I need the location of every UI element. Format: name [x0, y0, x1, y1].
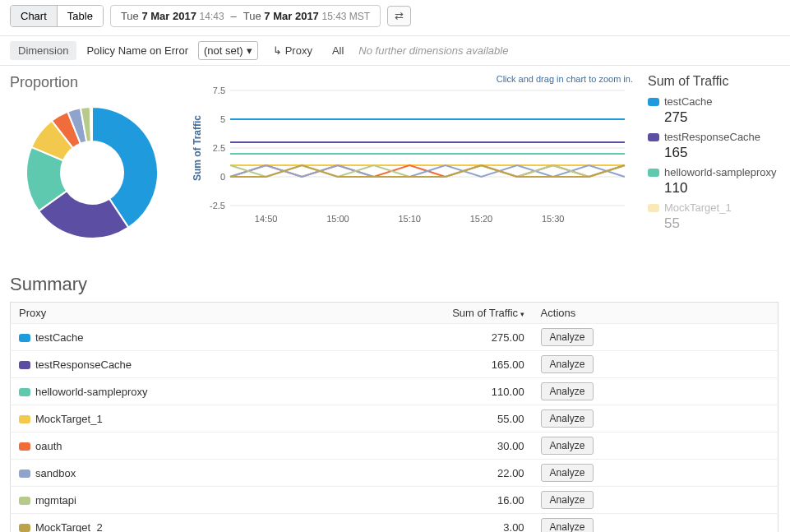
- traffic-cell: 110.00: [395, 378, 533, 405]
- actions-cell: Analyze: [533, 378, 778, 405]
- dimension-chip: Dimension: [10, 41, 76, 60]
- view-toggle: Chart Table: [10, 5, 104, 27]
- traffic-cell: 165.00: [395, 351, 533, 378]
- col-proxy[interactable]: Proxy: [11, 303, 395, 324]
- proxy-name: testCache: [35, 331, 84, 344]
- legend-value: 275: [664, 109, 780, 126]
- svg-text:-2.5: -2.5: [210, 201, 225, 210]
- traffic-cell: 22.00: [395, 460, 533, 487]
- charts-section: Proportion Click and drag in chart to zo…: [0, 66, 790, 257]
- legend-title: Sum of Traffic: [648, 74, 780, 89]
- svg-text:14:50: 14:50: [255, 214, 278, 224]
- analyze-button[interactable]: Analyze: [541, 355, 594, 373]
- row-swatch: [19, 470, 30, 478]
- donut-slice[interactable]: [90, 107, 92, 141]
- analyze-button[interactable]: Analyze: [541, 491, 594, 509]
- traffic-cell: 16.00: [395, 487, 533, 514]
- row-swatch: [19, 442, 30, 451]
- time-range-sep: –: [231, 10, 237, 22]
- actions-cell: Analyze: [533, 514, 778, 533]
- proxy-cell: MockTarget_2: [11, 514, 395, 533]
- summary-table: Proxy Sum of Traffic ▾ Actions testCache…: [10, 302, 778, 532]
- actions-cell: Analyze: [533, 433, 778, 460]
- analyze-button[interactable]: Analyze: [541, 518, 594, 532]
- actions-cell: Analyze: [533, 460, 778, 487]
- time-range-picker[interactable]: Tue 7 Mar 2017 14:43 – Tue 7 Mar 2017 15…: [110, 5, 381, 27]
- drill-arrow-icon: ↳: [273, 44, 282, 57]
- dimension-bar: Dimension Policy Name on Error (not set)…: [0, 36, 790, 66]
- svg-text:2.5: 2.5: [213, 143, 225, 153]
- actions-cell: Analyze: [533, 487, 778, 514]
- legend-value: 165: [664, 145, 780, 161]
- table-row: MockTarget_23.00Analyze: [11, 514, 778, 533]
- col-actions: Actions: [533, 303, 778, 324]
- analyze-button[interactable]: Analyze: [541, 328, 594, 346]
- row-swatch: [19, 388, 30, 396]
- row-swatch: [19, 361, 30, 369]
- line-series[interactable]: [230, 165, 625, 177]
- summary-title: Summary: [0, 257, 790, 302]
- proportion-title: Proportion: [10, 74, 174, 91]
- table-row: MockTarget_155.00Analyze: [11, 405, 778, 433]
- legend-name: testCache: [664, 95, 713, 108]
- proxy-cell: mgmtapi: [11, 487, 395, 514]
- svg-text:15:10: 15:10: [398, 214, 421, 224]
- donut-chart-svg[interactable]: [10, 95, 174, 247]
- traffic-cell: 275.00: [395, 324, 533, 351]
- row-swatch: [19, 415, 30, 423]
- line-chart-svg[interactable]: -2.502.557.514:5015:0015:1015:2015:30Sum…: [189, 74, 633, 230]
- proxy-cell: MockTarget_1: [11, 405, 395, 433]
- svg-text:5: 5: [220, 114, 225, 124]
- row-swatch: [19, 497, 30, 505]
- dimension-hint: No further dimensions available: [358, 44, 508, 57]
- legend-swatch: [648, 133, 659, 141]
- time-range-to: Tue 7 Mar 2017 15:43 MST: [243, 10, 370, 22]
- proxy-cell: testResponseCache: [11, 351, 395, 378]
- row-swatch: [19, 524, 30, 532]
- add-proxy-dimension[interactable]: ↳ Proxy: [268, 42, 317, 59]
- traffic-cell: 30.00: [395, 433, 533, 460]
- analyze-button[interactable]: Analyze: [541, 437, 594, 455]
- analyze-button[interactable]: Analyze: [541, 409, 594, 428]
- legend-item[interactable]: testResponseCache: [648, 129, 780, 145]
- proxy-name: mgmtapi: [35, 494, 76, 507]
- svg-text:7.5: 7.5: [213, 86, 225, 95]
- proxy-cell: testCache: [11, 324, 395, 351]
- table-row: mgmtapi16.00Analyze: [11, 487, 778, 514]
- traffic-cell: 55.00: [395, 405, 533, 433]
- table-row: testResponseCache165.00Analyze: [11, 351, 778, 378]
- legend-name: MockTarget_1: [664, 201, 732, 214]
- legend-name: testResponseCache: [664, 131, 760, 143]
- legend-item[interactable]: helloworld-sampleproxy: [648, 164, 780, 180]
- top-toolbar: Chart Table Tue 7 Mar 2017 14:43 – Tue 7…: [0, 0, 790, 36]
- refresh-icon: ⇄: [395, 10, 404, 22]
- svg-text:Sum of Traffic: Sum of Traffic: [192, 115, 203, 181]
- row-swatch: [19, 334, 30, 342]
- proxy-cell: sandbox: [11, 460, 395, 487]
- tab-chart-button[interactable]: Chart: [11, 6, 58, 26]
- legend-item[interactable]: MockTarget_1: [648, 200, 780, 215]
- legend-name: helloworld-sampleproxy: [664, 166, 777, 178]
- analyze-button[interactable]: Analyze: [541, 382, 594, 400]
- analyze-button[interactable]: Analyze: [541, 464, 594, 482]
- proxy-name: MockTarget_1: [35, 413, 103, 425]
- legend-swatch: [648, 169, 659, 177]
- proxy-cell: oauth: [11, 433, 395, 460]
- svg-text:15:20: 15:20: [470, 214, 493, 224]
- svg-text:15:30: 15:30: [542, 214, 565, 224]
- chevron-down-icon: ▾: [247, 44, 252, 57]
- traffic-line-chart: Click and drag in chart to zoom in. -2.5…: [189, 74, 633, 233]
- actions-cell: Analyze: [533, 351, 778, 378]
- zoom-hint: Click and drag in chart to zoom in.: [497, 74, 633, 84]
- table-row: sandbox22.00Analyze: [11, 460, 778, 487]
- col-traffic[interactable]: Sum of Traffic ▾: [395, 303, 533, 324]
- add-all-dimension[interactable]: All: [327, 42, 349, 59]
- dimension-select[interactable]: (not set) ▾: [198, 41, 258, 60]
- refresh-button[interactable]: ⇄: [387, 6, 411, 26]
- actions-cell: Analyze: [533, 405, 778, 433]
- tab-table-button[interactable]: Table: [58, 6, 103, 26]
- proxy-name: testResponseCache: [35, 359, 132, 371]
- proxy-name: MockTarget_2: [35, 521, 103, 533]
- table-row: oauth30.00Analyze: [11, 433, 778, 460]
- legend-item[interactable]: testCache: [648, 94, 780, 109]
